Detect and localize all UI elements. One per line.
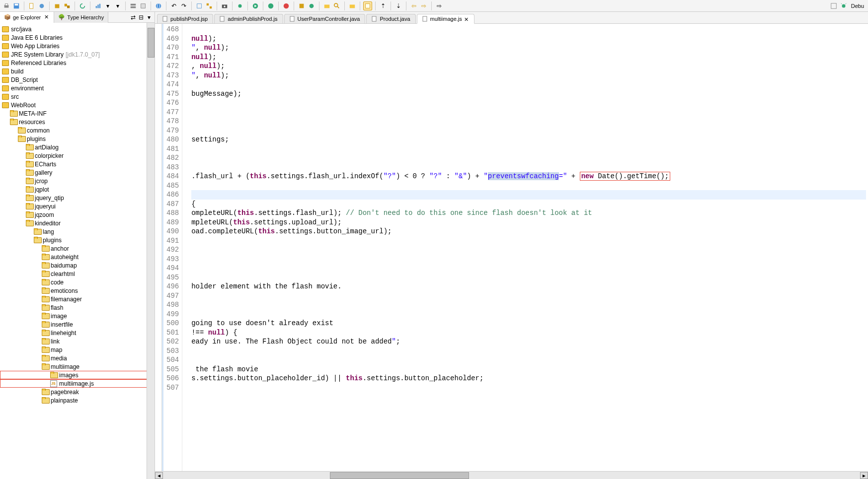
tree-item-code[interactable]: code [0, 278, 155, 286]
link-editor-icon[interactable]: ⇄ [130, 14, 137, 21]
tree-item-resources[interactable]: resources [0, 118, 155, 126]
code-line[interactable] [191, 255, 866, 264]
package-explorer-tab[interactable]: 📦 ge Explorer ✕ [0, 12, 54, 23]
code-line[interactable] [191, 310, 866, 319]
scroll-thumb[interactable] [330, 472, 469, 479]
code-line[interactable]: , null); [191, 62, 866, 71]
tree-item-plugins[interactable]: plugins [0, 135, 155, 143]
tree-item-filemanager[interactable]: filemanager [0, 295, 155, 303]
tree-item-flash[interactable]: flash [0, 303, 155, 312]
scroll-right-button[interactable]: ▸ [860, 472, 868, 479]
code-line[interactable] [191, 346, 866, 356]
toolbar-debug-icon[interactable] [236, 1, 244, 10]
editor-tab-publishprod-jsp[interactable]: publishProd.jsp [157, 14, 213, 23]
toolbar-perspective-icon[interactable] [829, 1, 838, 10]
tree-item-link[interactable]: link [0, 337, 155, 345]
editor-tab-userparamcontroller-java[interactable]: UserParamController.java [284, 14, 366, 23]
toolbar-highlight-icon[interactable] [363, 1, 372, 10]
tree-item-jquery-qtip[interactable]: jquery_qtip [0, 194, 155, 202]
collapse-icon[interactable]: ⊟ [138, 14, 145, 21]
tree-item-jqzoom[interactable]: jqzoom [0, 210, 155, 219]
toolbar-search-icon[interactable] [332, 1, 341, 10]
tree-item-jqplot[interactable]: jqplot [0, 185, 155, 194]
tree-item-src[interactable]: src [0, 92, 155, 101]
tree-item-src-java[interactable]: src/java [0, 25, 155, 33]
toolbar-build2-icon[interactable] [307, 1, 316, 10]
tree-item-meta-inf[interactable]: META-INF [0, 109, 155, 118]
close-icon[interactable]: ✕ [464, 16, 469, 21]
toolbar-coverage-icon[interactable] [282, 1, 291, 10]
code-line[interactable]: going to use doesn't already exist [191, 319, 866, 328]
code-line[interactable]: eady in use. The Flash Object could not … [191, 337, 866, 346]
tree-item-autoheight[interactable]: autoheight [0, 253, 155, 261]
toolbar-save-icon[interactable] [12, 1, 21, 10]
code-line[interactable] [191, 144, 866, 154]
code-line[interactable] [191, 245, 866, 255]
code-line[interactable]: { [191, 200, 866, 209]
code-line[interactable] [191, 117, 866, 126]
tree-item-anchor[interactable]: anchor [0, 244, 155, 253]
code-line[interactable] [191, 108, 866, 117]
toolbar-camera-icon[interactable] [220, 1, 229, 10]
toolbar-back-icon[interactable]: ⇦ [409, 1, 418, 10]
tree-item-jre-system-library[interactable]: JRE System Library[jdk1.7.0_07] [0, 50, 155, 59]
code-line[interactable] [191, 273, 866, 282]
toolbar-bug-icon[interactable] [839, 1, 848, 10]
code-line[interactable]: ", null); [191, 71, 866, 80]
menu-icon[interactable]: ▾ [146, 14, 153, 21]
tree-item-plainpaste[interactable]: plainpaste [0, 396, 155, 405]
toolbar-redo-icon[interactable]: ↷ [179, 1, 188, 10]
code-area[interactable]: null);", null);null);, null);", null);bu… [189, 24, 868, 471]
tree-item-lang[interactable]: lang [0, 227, 155, 236]
code-line[interactable]: oad.completeURL(this.settings.button_ima… [191, 227, 866, 236]
code-line[interactable]: settings; [191, 135, 866, 144]
tree-item-baidumap[interactable]: baidumap [0, 261, 155, 270]
tree-item-multiimage[interactable]: multiimage [0, 362, 155, 371]
toolbar-refresh-icon[interactable] [78, 1, 87, 10]
tree-item-db-script[interactable]: DB_Script [0, 75, 155, 84]
code-line[interactable]: null); [191, 34, 866, 44]
code-line[interactable]: bugMessage); [191, 89, 866, 99]
code-line[interactable]: the flash movie [191, 365, 866, 374]
code-line[interactable] [191, 355, 866, 365]
toolbar-chart-icon[interactable] [93, 1, 102, 10]
code-line[interactable]: ", null); [191, 43, 866, 53]
tree-item-webroot[interactable]: WebRoot [0, 101, 155, 109]
toolbar-last-icon[interactable]: ⇨ [435, 1, 444, 10]
code-line[interactable]: holder element with the flash movie. [191, 282, 866, 291]
code-line[interactable] [191, 383, 866, 393]
tree-item-artdialog[interactable]: artDialog [0, 143, 155, 151]
horizontal-scrollbar[interactable]: ◂ ▸ [155, 471, 868, 479]
editor-tab-product-java[interactable]: Product.java [366, 14, 415, 23]
tree-item-gallery[interactable]: gallery [0, 168, 155, 177]
toolbar-browser-icon[interactable] [154, 1, 163, 10]
tree-item-colorpicker[interactable]: colorpicker [0, 151, 155, 160]
editor-content[interactable]: 4684694704714724734744754764774784794804… [155, 24, 868, 471]
editor-tab-multiimage-js[interactable]: multiimage.js✕ [417, 14, 474, 24]
toolbar-build-icon[interactable] [297, 1, 306, 10]
tree-item-emoticons[interactable]: emoticons [0, 286, 155, 295]
code-line[interactable]: mpleteURL(this.settings.upload_url); [191, 218, 866, 227]
code-line[interactable] [191, 126, 866, 136]
toolbar-run-icon[interactable] [251, 1, 260, 10]
code-line[interactable] [191, 153, 866, 163]
code-line[interactable]: ompleteURL(this.settings.flash_url); // … [191, 208, 866, 218]
code-line[interactable] [191, 291, 866, 301]
code-line[interactable] [191, 98, 866, 108]
toolbar-packages-icon[interactable] [63, 1, 72, 10]
tree-item-web-app-libraries[interactable]: Web App Libraries [0, 42, 155, 50]
tree-item-java-ee-6-libraries[interactable]: Java EE 6 Libraries [0, 33, 155, 42]
code-line[interactable]: null); [191, 53, 866, 62]
toolbar-undo-icon[interactable]: ↶ [169, 1, 178, 10]
code-line[interactable] [191, 25, 866, 34]
tree-item-jqueryui[interactable]: jqueryui [0, 202, 155, 210]
tree-item-common[interactable]: common [0, 126, 155, 135]
tree-item-lineheight[interactable]: lineheight [0, 329, 155, 337]
scroll-left-button[interactable]: ◂ [155, 472, 163, 479]
toolbar-pivot-icon[interactable] [205, 1, 214, 10]
toolbar-stats-icon[interactable] [195, 1, 204, 10]
tree-item-jcrop[interactable]: jcrop [0, 177, 155, 185]
toolbar-fwd-icon[interactable]: ⇨ [419, 1, 428, 10]
tree-item-referenced-libraries[interactable]: Referenced Libraries [0, 59, 155, 67]
explorer-scrollbar[interactable] [147, 23, 155, 479]
